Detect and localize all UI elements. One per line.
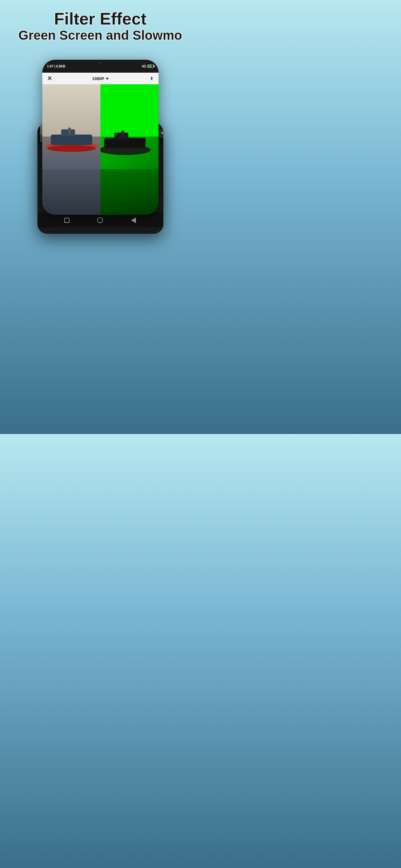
- quality-selector[interactable]: 1080P ▼: [92, 76, 109, 81]
- close-button[interactable]: ✕: [47, 75, 52, 82]
- status-left-text: 1:07 | 0,9KB: [47, 65, 66, 68]
- svg-rect-3: [68, 128, 71, 134]
- video-green-screen: [100, 84, 158, 215]
- home-icon: [97, 217, 103, 223]
- nav-home-button[interactable]: [97, 217, 103, 223]
- boat-green: [100, 117, 152, 169]
- status-right: 4G: [142, 65, 153, 68]
- water-original: [42, 169, 100, 215]
- signal-text: 4G: [142, 65, 146, 68]
- main-title-line2: Green Screen and Slowmo: [6, 28, 194, 42]
- svg-rect-8: [121, 131, 124, 137]
- video-toolbar: ✕ 1080P ▼ ⬆: [42, 73, 158, 84]
- header-section: Filter Effect Green Screen and Slowmo: [0, 0, 201, 47]
- quality-arrow: ▼: [105, 76, 110, 81]
- video-preview: [42, 84, 158, 215]
- boat-original: [44, 111, 99, 169]
- quality-label: 1080P: [92, 76, 104, 81]
- android-nav-bar: [37, 213, 163, 227]
- main-title-line1: Filter Effect: [6, 10, 194, 28]
- camera-dot: [99, 62, 102, 64]
- back-icon: [131, 217, 136, 223]
- recents-icon: [64, 218, 69, 223]
- status-bar: 1:07 | 0,9KB 4G: [42, 60, 158, 73]
- svg-point-4: [47, 145, 96, 152]
- battery-fill: [148, 65, 152, 67]
- upload-button[interactable]: ⬆: [150, 76, 154, 81]
- notch: [91, 60, 110, 66]
- nav-back-button[interactable]: [130, 217, 137, 223]
- nav-recents-button[interactable]: [64, 217, 70, 223]
- video-original: [42, 84, 100, 215]
- top-phone: 1:07 | 0,9KB 4G ✕ 1080P ▼ ⬆: [42, 60, 158, 215]
- water-green: [100, 169, 158, 215]
- battery-tip: [154, 66, 155, 67]
- battery-icon: [147, 65, 154, 68]
